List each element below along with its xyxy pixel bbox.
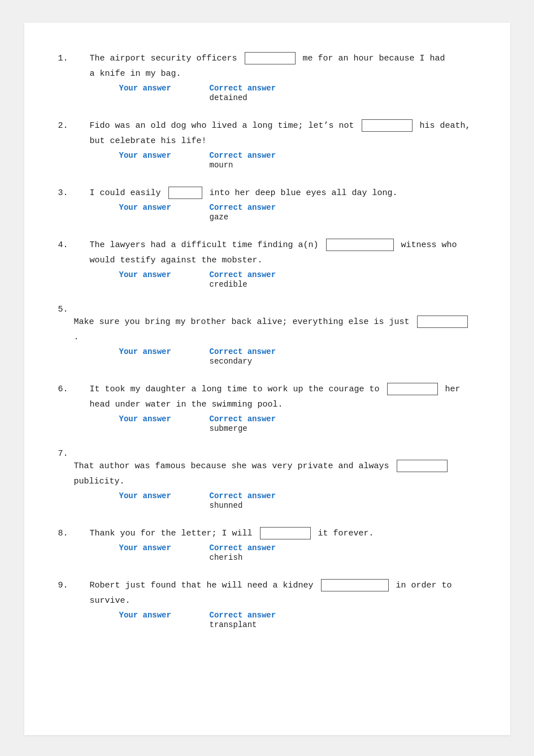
correct-answer-label-6: Correct answer bbox=[210, 414, 276, 424]
blank-box-1[interactable] bbox=[245, 52, 296, 64]
question-continuation-1: a knife in my bag. bbox=[90, 66, 445, 81]
question-body-7: That author was famous because she was v… bbox=[74, 459, 476, 489]
question-block-7: 7. That author was famous because she wa… bbox=[58, 449, 476, 510]
your-answer-label-8: Your answer bbox=[74, 543, 187, 562]
blank-box-3[interactable] bbox=[168, 187, 202, 199]
your-answer-label-4: Your answer bbox=[74, 270, 187, 289]
question-text-4-2: witness who bbox=[396, 240, 457, 250]
your-answer-label-7: Your answer bbox=[74, 491, 187, 510]
correct-answer-block-5: Correct answer secondary bbox=[187, 347, 300, 366]
question-text-7-2: publicity. bbox=[74, 477, 125, 486]
answer-row-5: Your answerCorrect answer secondary bbox=[74, 347, 476, 366]
blank-box-4[interactable] bbox=[326, 239, 394, 251]
correct-answer-value-8: cherish bbox=[210, 553, 300, 562]
question-number-6: 6. bbox=[58, 385, 74, 394]
question-text-8-0: Thank you for the letter; I will bbox=[90, 529, 258, 538]
question-continuation-2: but celebrate his life! bbox=[90, 133, 471, 149]
question-text-1-2: me for an hour because I had bbox=[298, 54, 445, 63]
question-block-3: 3. I could easily into her deep blue eye… bbox=[58, 185, 476, 222]
question-text-3-2: into her deep blue eyes all day long. bbox=[205, 188, 398, 198]
correct-answer-label-9: Correct answer bbox=[210, 611, 276, 620]
blank-box-7[interactable] bbox=[397, 460, 448, 472]
question-number-3: 3. bbox=[58, 188, 74, 198]
answer-row-3: Your answerCorrect answer gaze bbox=[74, 203, 476, 222]
question-body-1: The airport security officers me for an … bbox=[90, 51, 445, 81]
page: 1. The airport security officers me for … bbox=[24, 23, 510, 735]
correct-answer-label-7: Correct answer bbox=[210, 491, 276, 500]
question-text-6-0: It took my daughter a long time to work … bbox=[90, 385, 385, 394]
question-block-8: 8. Thank you for the letter; I will it f… bbox=[58, 526, 476, 562]
correct-answer-value-7: shunned bbox=[210, 501, 300, 510]
question-block-1: 1. The airport security officers me for … bbox=[58, 51, 476, 102]
questions-container: 1. The airport security officers me for … bbox=[58, 51, 476, 629]
question-body-6: It took my daughter a long time to work … bbox=[90, 382, 461, 412]
your-answer-label-1: Your answer bbox=[74, 84, 187, 102]
question-body-2: Fido was an old dog who lived a long tim… bbox=[90, 118, 471, 149]
question-text-1-0: The airport security officers bbox=[90, 54, 242, 63]
correct-answer-value-6: submerge bbox=[210, 424, 300, 433]
correct-answer-block-1: Correct answer detained bbox=[187, 84, 300, 102]
answer-row-4: Your answerCorrect answer credible bbox=[74, 270, 476, 289]
question-text-2-2: his death, bbox=[415, 121, 471, 131]
correct-answer-value-9: transplant bbox=[210, 620, 300, 629]
question-continuation-9: survive. bbox=[90, 593, 452, 608]
question-body-8: Thank you for the letter; I will it fore… bbox=[90, 526, 374, 541]
question-text-2-0: Fido was an old dog who lived a long tim… bbox=[90, 121, 359, 131]
question-number-7: 7. bbox=[58, 449, 74, 459]
blank-box-8[interactable] bbox=[260, 527, 311, 539]
blank-box-9[interactable] bbox=[321, 579, 389, 591]
question-text-6-2: her bbox=[440, 385, 461, 394]
question-text-9-0: Robert just found that he will need a ki… bbox=[90, 581, 319, 590]
your-answer-label-9: Your answer bbox=[74, 611, 187, 629]
your-answer-label-3: Your answer bbox=[74, 203, 187, 222]
question-text-4-0: The lawyers had a difficult time finding… bbox=[90, 240, 324, 250]
question-block-5: 5. Make sure you bring my brother back a… bbox=[58, 305, 476, 366]
blank-box-5[interactable] bbox=[417, 316, 468, 328]
your-answer-label-2: Your answer bbox=[74, 151, 187, 170]
correct-answer-block-2: Correct answer mourn bbox=[187, 151, 300, 170]
question-block-6: 6. It took my daughter a long time to wo… bbox=[58, 382, 476, 433]
correct-answer-block-3: Correct answer gaze bbox=[187, 203, 300, 222]
your-answer-label-6: Your answer bbox=[74, 414, 187, 433]
answer-row-8: Your answerCorrect answer cherish bbox=[74, 543, 476, 562]
question-text-5-2: . bbox=[74, 332, 79, 342]
correct-answer-label-2: Correct answer bbox=[210, 151, 276, 160]
correct-answer-label-8: Correct answer bbox=[210, 543, 276, 552]
question-body-9: Robert just found that he will need a ki… bbox=[90, 578, 452, 608]
correct-answer-label-5: Correct answer bbox=[210, 347, 276, 356]
correct-answer-value-2: mourn bbox=[210, 161, 300, 170]
question-block-9: 9. Robert just found that he will need a… bbox=[58, 578, 476, 629]
your-answer-label-5: Your answer bbox=[74, 347, 187, 366]
question-number-2: 2. bbox=[58, 121, 74, 131]
question-continuation-6: head under water in the swimming pool. bbox=[90, 397, 461, 412]
answer-row-6: Your answerCorrect answer submerge bbox=[74, 414, 476, 433]
answer-row-9: Your answerCorrect answer transplant bbox=[74, 611, 476, 629]
correct-answer-label-3: Correct answer bbox=[210, 203, 276, 212]
question-block-4: 4. The lawyers had a difficult time find… bbox=[58, 237, 476, 289]
answer-row-1: Your answerCorrect answer detained bbox=[74, 84, 476, 102]
question-body-5: Make sure you bring my brother back aliv… bbox=[74, 314, 476, 345]
blank-box-6[interactable] bbox=[387, 383, 438, 395]
correct-answer-label-4: Correct answer bbox=[210, 270, 276, 279]
question-text-5-0: Make sure you bring my brother back aliv… bbox=[74, 317, 415, 327]
question-text-9-2: in order to bbox=[391, 581, 452, 590]
correct-answer-block-4: Correct answer credible bbox=[187, 270, 300, 289]
correct-answer-block-8: Correct answer cherish bbox=[187, 543, 300, 562]
question-number-4: 4. bbox=[58, 240, 74, 250]
question-number-1: 1. bbox=[58, 54, 74, 63]
question-block-2: 2. Fido was an old dog who lived a long … bbox=[58, 118, 476, 170]
correct-answer-value-5: secondary bbox=[210, 357, 300, 366]
blank-box-2[interactable] bbox=[362, 119, 413, 132]
correct-answer-label-1: Correct answer bbox=[210, 84, 276, 93]
question-continuation-4: would testify against the mobster. bbox=[90, 253, 457, 268]
correct-answer-block-7: Correct answer shunned bbox=[187, 491, 300, 510]
answer-row-7: Your answerCorrect answer shunned bbox=[74, 491, 476, 510]
question-number-8: 8. bbox=[58, 529, 74, 538]
question-number-9: 9. bbox=[58, 581, 74, 590]
correct-answer-value-3: gaze bbox=[210, 213, 300, 222]
question-text-8-2: it forever. bbox=[313, 529, 374, 538]
question-text-3-0: I could easily bbox=[90, 188, 166, 198]
correct-answer-value-1: detained bbox=[210, 93, 300, 102]
question-text-7-0: That author was famous because she was v… bbox=[74, 461, 394, 471]
question-number-5: 5. bbox=[58, 305, 74, 314]
